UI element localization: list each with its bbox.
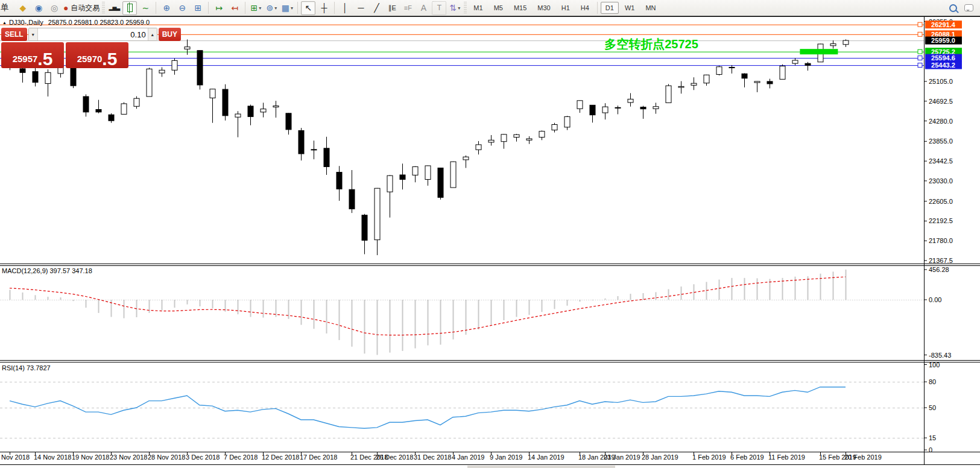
line-handle: [918, 63, 922, 68]
date-label: 1 Feb 2019: [692, 454, 726, 461]
rsi-tick-label: 0: [929, 446, 932, 454]
candle-body: [210, 89, 215, 98]
price-tick-label: 24280.0: [929, 118, 953, 125]
collapse-panel-icon[interactable]: ▲: [2, 21, 7, 25]
candle-body: [526, 139, 532, 140]
date-label: 12 Dec 2018: [262, 454, 299, 461]
volume-control: ▼ ▲: [28, 28, 157, 41]
macd-tick-label: 456.28: [929, 266, 949, 273]
symbol-period-label: DJ30-,Daily: [9, 19, 43, 26]
date-label: 14 Jan 2019: [528, 454, 564, 461]
candle-body: [172, 60, 177, 70]
candle-body: [20, 69, 25, 72]
candle-body: [640, 107, 646, 109]
price-tick-label: 22605.0: [929, 198, 953, 205]
line-handle: [918, 49, 922, 54]
date-label: 20 Feb 2019: [844, 454, 882, 461]
date-label: 7 Dec 2018: [224, 454, 258, 461]
candle-body: [830, 44, 836, 46]
candle-body: [488, 140, 494, 142]
date-label: 17 Dec 2018: [300, 454, 337, 461]
volume-input[interactable]: [38, 28, 148, 40]
candle-body: [590, 105, 595, 115]
candle-body: [691, 83, 697, 85]
candle-body: [476, 145, 481, 150]
candle-body: [362, 215, 367, 241]
buy-price-fraction: .5: [102, 51, 117, 67]
candle-body: [83, 96, 89, 112]
line-handle: [918, 56, 922, 60]
price-marker-text: 25443.2: [931, 62, 955, 69]
annotation-text: 多空转折点25725: [604, 37, 698, 51]
date-label: 3 Dec 2018: [186, 454, 220, 461]
macd-indicator-label: MACD(12,26,9) 397.57 347.18: [2, 267, 92, 274]
candle-body: [742, 74, 747, 78]
sell-button[interactable]: SELL: [1, 28, 27, 41]
candle-body: [754, 81, 760, 83]
candle-body: [704, 75, 709, 83]
date-label: 28 Jan 2019: [642, 454, 678, 461]
price-tick-label: 23442.5: [929, 157, 953, 165]
candle-body: [438, 168, 443, 197]
candle-body: [197, 51, 203, 85]
sell-price-display[interactable]: 25957.5: [1, 42, 64, 68]
rsi-tick-label: 80: [929, 378, 936, 385]
date-label: 9 Jan 2019: [490, 454, 522, 461]
candle-body: [109, 115, 114, 121]
chart-title: ▲DJ30-,Daily25875.0 25981.0 25823.0 2595…: [2, 19, 150, 26]
highlight-band: [800, 49, 838, 54]
date-label: 6 Feb 2019: [730, 454, 764, 461]
sell-price-fraction: .5: [37, 51, 52, 67]
candle-body: [666, 86, 671, 103]
volume-decrease-button[interactable]: ▼: [29, 28, 38, 40]
price-tick-label: 24692.5: [929, 98, 953, 105]
candle-body: [235, 114, 241, 117]
candle-body: [45, 72, 51, 83]
sell-price-main: 25957: [13, 54, 38, 64]
candle-body: [767, 81, 773, 84]
price-marker-text: 25959.0: [931, 37, 955, 44]
candle-body: [375, 188, 380, 239]
candle-body: [223, 89, 228, 116]
price-tick-label: 25105.0: [929, 78, 953, 85]
line-handle: [918, 22, 922, 27]
candle-body: [780, 66, 785, 80]
candle-body: [792, 60, 798, 63]
candle-body: [716, 67, 722, 75]
date-label: 26 Dec 2018: [376, 454, 413, 461]
candle-body: [539, 131, 545, 138]
one-click-trading-panel: SELL ▼ ▲ BUY 25957.5 25970.5: [1, 28, 130, 68]
candle-body: [71, 68, 76, 86]
price-tick-label: 21780.0: [929, 237, 953, 244]
candle-body: [602, 107, 608, 113]
candle-body: [387, 176, 393, 192]
date-label: 28 Nov 2018: [148, 454, 185, 461]
candle-body: [843, 40, 849, 45]
candle-body: [324, 148, 329, 167]
candle-body: [450, 162, 456, 188]
candle-body: [463, 157, 469, 160]
price-marker-text: 26291.4: [931, 21, 956, 28]
rsi-tick-label: 15: [929, 434, 936, 441]
candle-body: [501, 134, 507, 142]
candle-body: [653, 107, 659, 109]
price-tick-label: 21367.5: [929, 257, 953, 264]
candle-body: [134, 98, 139, 106]
buy-price-main: 25970: [77, 54, 103, 64]
rsi-indicator-label: RSI(14) 73.7827: [2, 364, 51, 372]
buy-button[interactable]: BUY: [159, 28, 181, 41]
price-chart-canvas[interactable]: 多空转折点2572526355.025105.024692.524280.023…: [0, 0, 980, 468]
date-label: 23 Nov 2018: [110, 454, 147, 461]
candle-body: [564, 116, 570, 127]
volume-increase-button[interactable]: ▲: [148, 28, 157, 40]
candle-body: [349, 189, 355, 209]
candle-body: [96, 109, 101, 112]
buy-price-display[interactable]: 25970.5: [66, 42, 128, 68]
date-label: 31 Dec 2018: [414, 454, 451, 461]
date-label: Nov 2018: [1, 454, 30, 461]
candle-body: [147, 69, 152, 96]
candle-body: [577, 101, 583, 109]
horizontal-scrollbar-thumb[interactable]: [467, 466, 615, 468]
price-tick-label: 23855.0: [929, 138, 953, 145]
candle-body: [678, 86, 684, 87]
